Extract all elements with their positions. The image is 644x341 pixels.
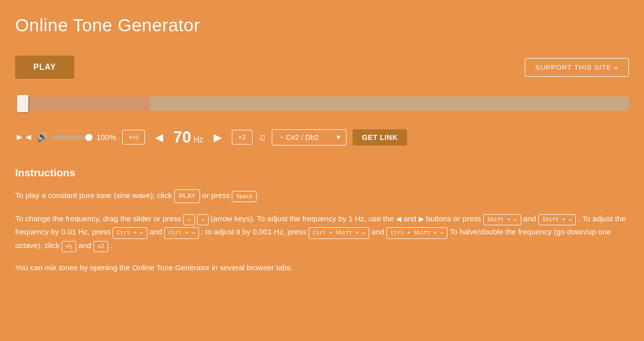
play-button[interactable]: PLAY [15,56,74,79]
instructions-para1: To play a constant pure tone (sine wave)… [15,189,629,203]
hz-label: Hz [193,135,204,144]
volume-section: ►◄ 🔊 100% [15,132,116,142]
frequency-value: 70 [173,128,191,146]
note-select-wrapper: ~ C#2 / Db2 ~ A4 / 440 Hz ~ C4 / Middle … [272,129,346,145]
para1-text-start: To play a constant pure tone (sine wave)… [15,191,172,200]
instructions-section: Instructions To play a constant pure ton… [15,167,629,274]
frequency-display-group: 70 Hz [173,128,204,147]
play-kbd: PLAY [174,189,200,203]
support-button[interactable]: SUPPORT THIS SITE » [525,58,629,77]
right-arrow-kbd: → [197,214,209,225]
controls-row: ►◄ 🔊 100% ×½ ◀ 70 Hz ▶ ×2 ♫ ~ C#2 / Db2 … [15,128,629,147]
ctrl-shift-left-kbd: Ctrl + Shift + ← [309,227,370,238]
left-arrow-kbd: ← [183,214,195,225]
music-note-icon: ♫ [259,132,266,143]
para2-mid1: (arrow keys). To adjust the frequency by… [211,214,396,223]
page-title: Online Tone Generator [15,15,629,35]
ctrl-shift-right-kbd: Ctrl + Shift + → [386,227,448,238]
decrease-frequency-button[interactable]: ◀ [151,129,167,145]
half-frequency-button[interactable]: ×½ [122,130,145,144]
frequency-slider[interactable] [15,96,629,111]
note-select[interactable]: ~ C#2 / Db2 ~ A4 / 440 Hz ~ C4 / Middle … [272,129,346,145]
double-frequency-button[interactable]: ×2 [232,130,253,144]
speaker-icon: 🔊 [37,132,48,142]
ctrl-right-kbd: Ctrl + → [164,227,199,238]
para2-end: . [110,241,112,250]
right-triangle-icon: ▶ [419,215,424,223]
volume-icon: ►◄ [15,132,33,142]
shift-left-kbd: Shift + ← [483,214,521,225]
para2-mid3: ; to adjust it by 0.001 Hz, press [201,227,309,236]
and-text-3: and [150,227,165,236]
and-text-5: and [78,241,93,250]
and-text-1: and [404,214,419,223]
para1-end: . [257,191,259,200]
half-kbd: ×½ [62,241,76,252]
and-text-2: and [523,214,538,223]
buttons-or-press-text: buttons or press [426,214,483,223]
instructions-para3: You can mix tones by opening the Online … [15,261,629,274]
double-kbd: ×2 [93,241,108,252]
shift-right-kbd: Shift + → [538,214,576,225]
instructions-title: Instructions [15,167,629,179]
volume-percentage: 100% [96,133,116,141]
and-text-4: and [372,227,387,236]
ctrl-left-kbd: Ctrl + ← [113,227,147,238]
frequency-slider-container [15,96,629,113]
volume-slider[interactable] [52,135,92,139]
para2-start: To change the frequency, drag the slider… [15,214,181,223]
left-triangle-icon: ◀ [396,215,402,223]
get-link-button[interactable]: GET LINK [353,129,407,145]
top-bar: PLAY SUPPORT THIS SITE » [15,56,629,79]
page-wrapper: Online Tone Generator PLAY SUPPORT THIS … [0,0,644,299]
instructions-para2: To change the frequency, drag the slider… [15,212,629,252]
increase-frequency-button[interactable]: ▶ [210,129,226,145]
or-press-text: or press [202,191,230,200]
space-kbd: Space [232,191,257,202]
